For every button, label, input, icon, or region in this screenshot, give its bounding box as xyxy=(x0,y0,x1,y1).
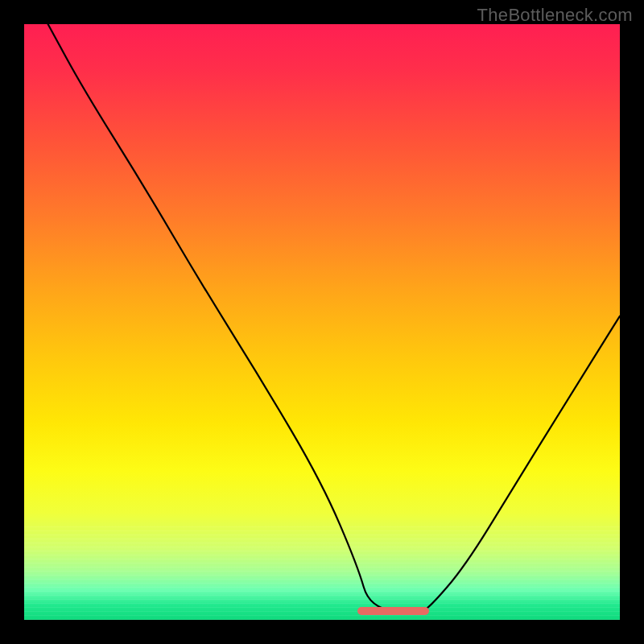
curve-svg xyxy=(24,24,620,620)
attribution-text: TheBottleneck.com xyxy=(477,5,633,26)
bottleneck-chart xyxy=(24,24,620,620)
flat-region-marker xyxy=(357,607,429,615)
bottleneck-curve-path xyxy=(48,24,620,613)
